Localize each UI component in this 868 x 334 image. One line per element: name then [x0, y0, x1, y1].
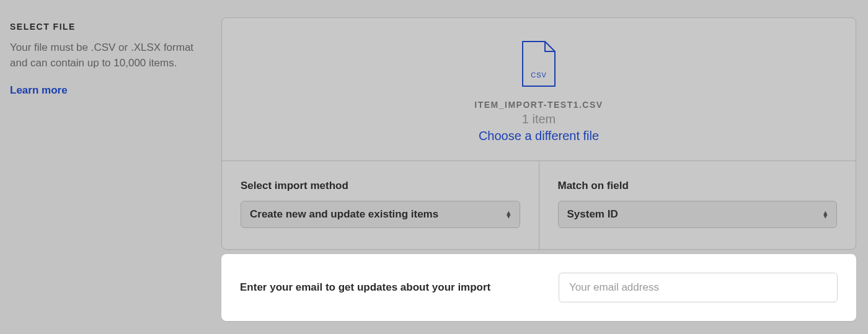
- match-field-label: Match on field: [558, 180, 838, 192]
- match-field-cell: Match on field System ID ▴▾: [539, 161, 856, 249]
- import-method-value: Create new and update existing items: [250, 208, 438, 221]
- stepper-icon: ▴▾: [823, 211, 828, 218]
- sidebar: SELECT FILE Your file must be .CSV or .X…: [10, 22, 208, 97]
- choose-different-file-link[interactable]: Choose a different file: [234, 129, 843, 143]
- item-count: 1 item: [234, 112, 843, 126]
- file-import-card: CSV ITEM_IMPORT-TEST1.CSV 1 item Choose …: [221, 17, 856, 250]
- svg-text:CSV: CSV: [531, 71, 547, 79]
- email-prompt-label: Enter your email to get updates about yo…: [240, 281, 559, 294]
- email-field[interactable]: [559, 273, 838, 302]
- match-field-value: System ID: [567, 208, 618, 221]
- select-file-title: SELECT FILE: [10, 22, 208, 32]
- uploaded-filename: ITEM_IMPORT-TEST1.CSV: [234, 100, 843, 110]
- stepper-icon: ▴▾: [507, 211, 511, 218]
- uploaded-file-section: CSV ITEM_IMPORT-TEST1.CSV 1 item Choose …: [222, 18, 856, 160]
- import-method-label: Select import method: [241, 180, 520, 192]
- import-method-cell: Select import method Create new and upda…: [222, 161, 539, 249]
- import-method-select[interactable]: Create new and update existing items ▴▾: [241, 201, 520, 228]
- email-notification-card: Enter your email to get updates about yo…: [221, 254, 856, 321]
- match-field-select[interactable]: System ID ▴▾: [558, 201, 838, 228]
- import-options-row: Select import method Create new and upda…: [222, 160, 856, 249]
- select-file-description: Your file must be .CSV or .XLSX format a…: [10, 40, 208, 71]
- learn-more-link[interactable]: Learn more: [10, 84, 68, 96]
- csv-file-icon: CSV: [521, 40, 556, 87]
